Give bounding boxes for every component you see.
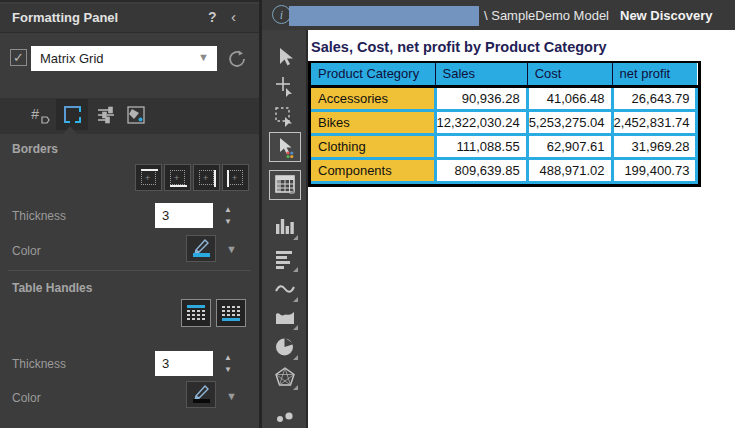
table-header-row: Product Category Sales Cost net profit <box>311 63 697 86</box>
active-tab-notch <box>63 126 77 134</box>
table-bottom-handle-icon <box>222 305 240 321</box>
column-header[interactable]: Cost <box>527 63 612 86</box>
number-format-icon: # <box>29 104 51 126</box>
discovery-top-bar: i \ SampleDemo Model New Discovery <box>262 0 735 30</box>
redacted-model-name <box>289 6 479 26</box>
cost-cell[interactable]: 62,907.61 <box>527 134 612 158</box>
borders-color-label: Color <box>12 244 41 258</box>
sales-cell[interactable]: 12,322,030.24 <box>435 110 527 134</box>
report-table: Product Category Sales Cost net profit A… <box>311 63 698 184</box>
category-cell[interactable]: Clothing <box>311 134 435 158</box>
table-handles-heading: Table Handles <box>12 281 92 295</box>
select-tool[interactable] <box>274 46 296 68</box>
marquee-cursor-icon <box>274 106 296 128</box>
formatting-panel: Formatting Panel ? ‹ ✓ Matrix Grid ▼ # <box>0 0 259 428</box>
net-profit-cell[interactable]: 199,400.73 <box>612 158 697 182</box>
table-row[interactable]: Accessories 90,936.28 41,066.48 26,643.7… <box>311 86 697 110</box>
border-left-button[interactable]: + <box>222 164 249 191</box>
handles-thickness-spinner[interactable]: ▲ ▼ <box>221 351 237 376</box>
report-title: Sales, Cost, net profit by Product Categ… <box>311 39 607 55</box>
grid-view-tool[interactable] <box>269 170 301 200</box>
cost-cell[interactable]: 488,971.02 <box>527 158 612 182</box>
matrix-grid[interactable]: Product Category Sales Cost net profit A… <box>308 61 701 187</box>
pie-chart-tool[interactable] <box>274 336 296 358</box>
paint-bucket-icon <box>125 104 147 126</box>
border-top-button[interactable]: + <box>135 164 162 191</box>
highlight-cursor-icon <box>273 135 297 159</box>
borders-thickness-label: Thickness <box>12 209 66 223</box>
fill-tab[interactable] <box>120 99 152 130</box>
section-divider <box>8 270 251 271</box>
sales-cell[interactable]: 111,088.55 <box>435 134 527 158</box>
cost-cell[interactable]: 5,253,275.04 <box>527 110 612 134</box>
handles-color-picker[interactable] <box>186 381 216 408</box>
handle-bottom-button[interactable] <box>216 299 246 327</box>
collapse-panel-icon[interactable]: ‹ <box>231 8 236 25</box>
borders-section-heading: Borders <box>12 142 58 156</box>
spinner-down-icon[interactable]: ▼ <box>224 217 232 226</box>
handles-color-caret-icon[interactable]: ▼ <box>226 390 237 402</box>
sales-cell[interactable]: 90,936.28 <box>435 86 527 110</box>
sales-cell[interactable]: 809,639.85 <box>435 158 527 182</box>
radar-chart-tool[interactable] <box>274 366 296 388</box>
handles-thickness-input[interactable] <box>155 351 213 376</box>
net-profit-cell[interactable]: 26,643.79 <box>612 86 697 110</box>
grid-icon <box>273 173 297 197</box>
net-profit-cell[interactable]: 2,452,831.74 <box>612 110 697 134</box>
cost-cell[interactable]: 41,066.48 <box>527 86 612 110</box>
net-profit-cell[interactable]: 31,969.28 <box>612 134 697 158</box>
line-chart-tool[interactable] <box>274 278 296 300</box>
category-cell[interactable]: Components <box>311 158 435 182</box>
handle-top-button[interactable] <box>181 299 211 327</box>
border-right-button[interactable]: + <box>193 164 220 191</box>
scatter-chart-tool[interactable] <box>274 408 296 428</box>
formatting-tab-row: # <box>0 98 259 134</box>
report-canvas: Sales, Cost, net profit by Product Categ… <box>308 30 735 428</box>
report-table-body: Accessories 90,936.28 41,066.48 26,643.7… <box>311 86 697 182</box>
help-icon[interactable]: ? <box>208 9 217 25</box>
target-dropdown-value: Matrix Grid <box>40 51 104 66</box>
chevron-down-icon: ▼ <box>198 51 209 63</box>
table-row[interactable]: Clothing 111,088.55 62,907.61 31,969.28 <box>311 134 697 158</box>
borders-color-caret-icon[interactable]: ▼ <box>226 243 237 255</box>
borders-color-picker[interactable] <box>186 235 216 262</box>
column-header[interactable]: Product Category <box>311 63 435 86</box>
spinner-up-icon[interactable]: ▲ <box>224 353 232 362</box>
target-enabled-checkbox[interactable]: ✓ <box>10 49 27 66</box>
column-header[interactable]: net profit <box>612 63 697 86</box>
category-cell[interactable]: Bikes <box>311 110 435 134</box>
sliders-icon <box>95 104 117 126</box>
highlight-select-tool[interactable] <box>269 132 301 162</box>
handles-color-swatch <box>193 399 210 403</box>
borders-tab-icon <box>64 106 81 123</box>
area-chart-tool[interactable] <box>274 306 296 328</box>
settings-tab[interactable] <box>90 99 122 130</box>
category-cell[interactable]: Accessories <box>311 86 435 110</box>
model-path: \ SampleDemo Model <box>484 8 609 23</box>
table-row[interactable]: Components 809,639.85 488,971.02 199,400… <box>311 158 697 182</box>
column-chart-tool[interactable] <box>274 216 296 238</box>
table-row[interactable]: Bikes 12,322,030.24 5,253,275.04 2,452,8… <box>311 110 697 134</box>
handles-thickness-label: Thickness <box>12 357 66 371</box>
crosshair-cursor-icon <box>274 76 296 98</box>
scatter-chart-icon <box>274 408 296 428</box>
reset-formatting-button[interactable] <box>225 47 249 71</box>
svg-text:#: # <box>31 106 39 122</box>
borders-thickness-input[interactable] <box>155 203 213 228</box>
border-bottom-button[interactable]: + <box>164 164 191 191</box>
cursor-icon <box>274 46 296 68</box>
reset-icon <box>225 47 249 71</box>
visualization-toolbar <box>262 30 308 428</box>
number-format-tab[interactable]: # <box>24 99 56 130</box>
formatting-panel-title: Formatting Panel <box>12 10 118 25</box>
spinner-down-icon[interactable]: ▼ <box>224 365 232 374</box>
new-discovery-button[interactable]: New Discovery <box>620 8 713 23</box>
point-select-tool[interactable] <box>274 76 296 98</box>
bar-chart-tool[interactable] <box>274 248 296 270</box>
borders-thickness-spinner[interactable]: ▲ ▼ <box>221 203 237 228</box>
table-top-handle-icon <box>187 305 205 321</box>
spinner-up-icon[interactable]: ▲ <box>224 205 232 214</box>
column-header[interactable]: Sales <box>435 63 527 86</box>
target-dropdown[interactable]: Matrix Grid ▼ <box>31 46 217 71</box>
marquee-select-tool[interactable] <box>274 106 296 128</box>
